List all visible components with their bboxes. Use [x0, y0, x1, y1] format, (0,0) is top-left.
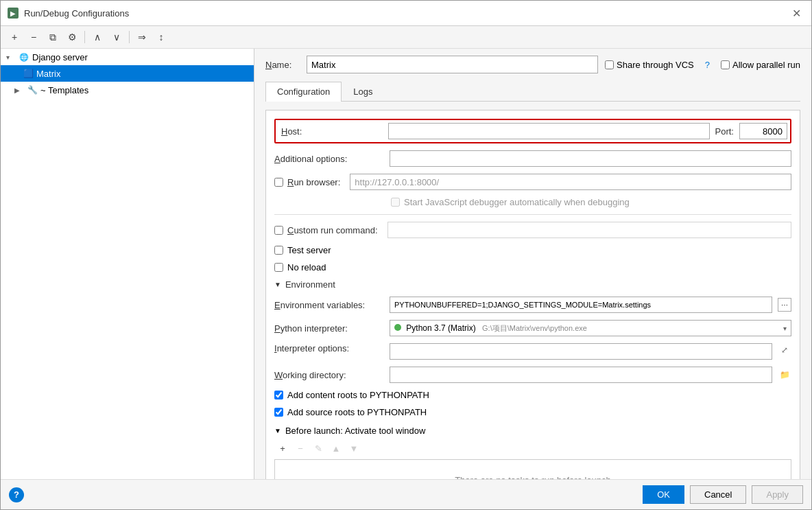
tab-configuration[interactable]: Configuration	[265, 82, 342, 102]
custom-run-row: Custom run command:	[274, 222, 791, 238]
working-dir-folder-icon[interactable]: 📁	[778, 368, 791, 382]
no-reload-row: No reload	[274, 262, 791, 273]
test-server-label: Test server	[287, 245, 331, 255]
share-vcs-checkbox[interactable]	[605, 60, 614, 69]
config-tree: ▾ 🌐 Django server 🟦 Matrix ▶ 🔧 ~ Templat…	[1, 49, 254, 479]
interpreter-chevron-icon: ▾	[783, 325, 787, 332]
django-server-item[interactable]: ▾ 🌐 Django server	[1, 49, 254, 65]
run-browser-label: Run browser:	[287, 177, 340, 187]
matrix-item[interactable]: 🟦 Matrix	[1, 65, 254, 82]
remove-config-button[interactable]: −	[25, 29, 42, 45]
config-toolbar: + − ⧉ ⚙ ∧ ∨ ⇒ ↕	[1, 26, 811, 49]
name-field-label: Name:	[265, 60, 300, 70]
interpreter-status-dot	[394, 324, 401, 331]
move-to-button[interactable]: ⇒	[134, 29, 150, 45]
source-roots-label: Add source roots to PYTHONPATH	[287, 407, 427, 417]
help-button[interactable]: ?	[9, 487, 24, 502]
launch-remove-button[interactable]: −	[292, 441, 309, 455]
source-roots-row: Add source roots to PYTHONPATH	[274, 407, 791, 417]
allow-parallel-label: Allow parallel run	[732, 60, 800, 70]
templates-item[interactable]: ▶ 🔧 ~ Templates	[1, 82, 254, 98]
custom-run-input[interactable]	[387, 222, 792, 238]
interpreter-select[interactable]: Python 3.7 (Matrix) G:\项目\Matrix\venv\py…	[390, 320, 791, 336]
content-roots-checkbox[interactable]	[274, 391, 283, 399]
host-input[interactable]	[388, 123, 710, 139]
name-input[interactable]	[307, 56, 598, 73]
share-vcs-checkbox-label[interactable]: Share through VCS	[605, 60, 694, 70]
main-content: ▾ 🌐 Django server 🟦 Matrix ▶ 🔧 ~ Templat…	[1, 49, 811, 479]
env-vars-edit-button[interactable]: ⋯	[778, 298, 791, 312]
config-right-panel: Name: Share through VCS ? Allow parallel…	[254, 49, 811, 479]
interp-options-expand-icon[interactable]: ⤢	[778, 343, 791, 357]
js-debugger-label: Start JavaScript debugger automatically …	[404, 197, 630, 207]
name-row: Name: Share through VCS ? Allow parallel…	[265, 56, 800, 73]
python-interp-label: Python interpreter:	[274, 323, 384, 334]
title-bar: ▶ Run/Debug Configurations ✕	[1, 1, 811, 26]
expand-icon: ▾	[6, 54, 16, 61]
env-vars-label: Environment variables:	[274, 300, 384, 310]
move-down-button[interactable]: ∨	[108, 29, 125, 45]
interpreter-row: Python interpreter: Python 3.7 (Matrix) …	[274, 320, 791, 336]
host-label: Host:	[278, 126, 383, 137]
launch-edit-button[interactable]: ✎	[310, 441, 326, 455]
django-icon: 🌐	[19, 51, 29, 62]
test-server-checkbox[interactable]	[274, 246, 283, 255]
port-label: Port:	[715, 126, 734, 137]
launch-add-button[interactable]: +	[274, 441, 291, 455]
add-config-button[interactable]: +	[6, 29, 23, 45]
share-vcs-label: Share through VCS	[617, 60, 694, 70]
custom-run-checkbox[interactable]	[274, 226, 283, 235]
run-browser-checkbox[interactable]	[274, 178, 283, 187]
settings-button[interactable]: ⚙	[64, 29, 80, 45]
interpreter-value: Python 3.7 (Matrix)	[406, 323, 475, 333]
before-launch-section: ▼ Before launch: Activate tool window + …	[274, 426, 791, 479]
allow-parallel-checkbox[interactable]	[721, 60, 730, 69]
environment-expand[interactable]: ▼	[274, 281, 281, 288]
copy-config-button[interactable]: ⧉	[45, 29, 61, 45]
port-input[interactable]	[739, 123, 787, 139]
before-launch-label: Before launch: Activate tool window	[285, 426, 426, 436]
interp-options-label: Interpreter options:	[274, 343, 384, 353]
config-tabs: Configuration Logs	[265, 82, 800, 102]
app-icon: ▶	[8, 8, 19, 19]
tab-logs[interactable]: Logs	[342, 82, 384, 101]
interp-options-input[interactable]	[390, 343, 772, 360]
launch-down-button[interactable]: ▼	[346, 441, 362, 455]
host-port-row: Host: Port:	[274, 119, 791, 143]
env-vars-input[interactable]	[390, 297, 772, 313]
launch-up-button[interactable]: ▲	[328, 441, 344, 455]
move-up-button[interactable]: ∧	[89, 29, 106, 45]
additional-options-input[interactable]	[390, 150, 791, 167]
cancel-button[interactable]: Cancel	[690, 485, 746, 504]
run-browser-input[interactable]	[350, 174, 791, 190]
dialog-title: Run/Debug Configurations	[24, 8, 129, 19]
no-reload-checkbox[interactable]	[274, 263, 283, 272]
additional-options-row: Additional options:	[274, 150, 791, 167]
templates-expand: ▶	[14, 86, 24, 94]
apply-button[interactable]: Apply	[752, 485, 803, 504]
django-server-label: Django server	[32, 52, 248, 62]
toolbar-separator-2	[129, 31, 130, 43]
templates-label: ~ Templates	[40, 85, 248, 95]
working-dir-input[interactable]	[390, 367, 772, 383]
share-vcs-help: ?	[705, 60, 710, 70]
js-debugger-row: Start JavaScript debugger automatically …	[274, 197, 791, 207]
matrix-icon: 🟦	[23, 68, 34, 79]
ok-button[interactable]: OK	[643, 485, 684, 504]
close-button[interactable]: ✕	[788, 5, 804, 21]
before-launch-expand[interactable]: ▼	[274, 427, 281, 434]
content-roots-label: Add content roots to PYTHONPATH	[287, 390, 429, 400]
launch-empty-area: There are no tasks to run before launch	[274, 459, 791, 479]
js-debugger-checkbox[interactable]	[391, 198, 400, 207]
launch-toolbar: + − ✎ ▲ ▼	[274, 441, 791, 455]
source-roots-checkbox[interactable]	[274, 408, 283, 417]
allow-parallel-checkbox-label[interactable]: Allow parallel run	[721, 60, 800, 70]
working-dir-label: Working directory:	[274, 370, 384, 380]
configuration-panel: Host: Port: Additional options: Run brow…	[265, 110, 800, 479]
additional-options-label: Additional options:	[274, 154, 384, 164]
sort-button[interactable]: ↕	[153, 29, 169, 45]
test-server-row: Test server	[274, 245, 791, 255]
custom-run-label: Custom run command:	[287, 225, 378, 235]
separator-1	[274, 214, 791, 215]
interp-options-row: Interpreter options: ⤢	[274, 343, 791, 360]
